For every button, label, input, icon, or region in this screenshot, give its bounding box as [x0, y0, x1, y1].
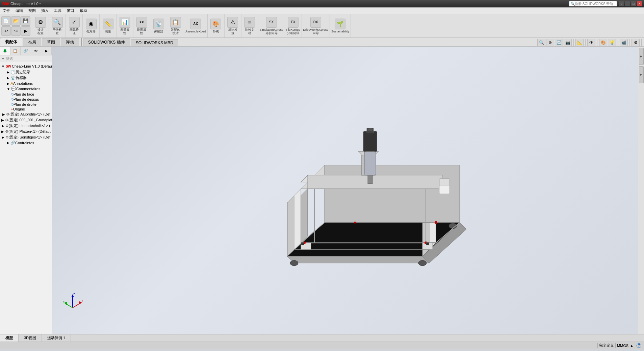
tree-item-plan-dessus[interactable]: ◇ Plan de dessus	[0, 97, 52, 102]
status-arrow[interactable]: ▲	[630, 344, 634, 348]
redo-button[interactable]: ↪	[11, 26, 21, 36]
assembly-stats-icon[interactable]: 📋	[170, 17, 181, 28]
tree-item-platten[interactable]: ▶ ⚙ (固定) Platten<1> (Défaut	[0, 129, 52, 134]
menu-help[interactable]: 帮助	[77, 7, 90, 14]
tab-evaluate[interactable]: 评估	[61, 38, 79, 46]
tree-item-annotations[interactable]: ▶ A Annotations	[0, 81, 52, 86]
clearance-section: ✓ 间隙验证	[66, 14, 83, 37]
tab-sketch[interactable]: 草图	[42, 38, 60, 46]
mass-icon[interactable]: 📊	[120, 17, 130, 28]
tree-item-plan-face[interactable]: ◇ Plan de face	[0, 92, 52, 97]
design-check-icon[interactable]: ⚙	[35, 17, 46, 28]
right-panel-btn-1[interactable]: ▶	[639, 48, 644, 65]
tree-item-origine[interactable]: + Origine	[0, 107, 52, 111]
hole-alignment-icon[interactable]: ◉	[86, 19, 97, 29]
assembly-xpert-icon[interactable]: AX	[190, 19, 201, 29]
view-style-button[interactable]: 📐	[575, 39, 584, 46]
driveworks-xpress-icon[interactable]: DX	[310, 17, 321, 28]
menu-tools[interactable]: 工具	[51, 7, 64, 14]
flo-xpress-icon[interactable]: FX	[288, 17, 299, 28]
tree-item-history[interactable]: ▶ 🕐 历史记录	[0, 69, 52, 75]
tree-item-plan-droite[interactable]: ◇ Plan de droite	[0, 102, 52, 107]
tree-item-aluprofile[interactable]: ▶ ⚙ (固定) Aluprofile<1> (Déf	[0, 111, 52, 117]
section-label: 剖面属性	[137, 28, 146, 35]
tab-sw-mbd[interactable]: SOLIDWORKS MBD	[131, 39, 178, 46]
tab-sw-plugins[interactable]: SOLIDWORKS 插件	[83, 38, 130, 46]
hide-show-button[interactable]: 👁	[587, 39, 595, 46]
compare-docs-icon[interactable]: ≡	[244, 17, 255, 28]
help-icon[interactable]: ?	[619, 1, 624, 6]
commentaires-expand-icon: ▼	[7, 87, 10, 91]
view-settings-button[interactable]: ⚙	[632, 39, 640, 46]
section-icon[interactable]: ✂	[136, 17, 147, 28]
menu-view[interactable]: 视图	[26, 7, 38, 14]
machine-3d-view	[267, 111, 470, 287]
interference-icon[interactable]: 🔍	[52, 17, 63, 28]
sustainability-section: 🌱 Sustainability	[330, 14, 351, 37]
lighting-button[interactable]: 💡	[608, 39, 616, 46]
maximize-button[interactable]: □	[631, 1, 636, 6]
clearance-icon[interactable]: ✓	[69, 17, 80, 28]
app-logo: SW Cheap-Line V1.0 *	[2, 1, 41, 6]
sidebar-tab-mate[interactable]: 🔗	[21, 47, 31, 55]
svg-text:Y: Y	[63, 300, 65, 303]
tree-item-lineartechnik[interactable]: ▶ ⚙ (固定) Lineartechnik<1> (	[0, 123, 52, 129]
tree-item-commentaires[interactable]: ▼ 💬 Commentaires	[0, 86, 52, 92]
zoom-in-button[interactable]: ⊕	[546, 39, 554, 46]
sustainability-icon[interactable]: 🌱	[335, 19, 345, 29]
menu-insert[interactable]: 插入	[38, 7, 51, 14]
sidebar-tab-feature[interactable]: 🌲	[0, 47, 10, 55]
tree-item-root[interactable]: ▼ SW Cheap-Line V1.0 (Défaut<显	[0, 64, 52, 69]
tree-item-grundplat[interactable]: ▶ ⚙ (固定) 009_001_Grundplat	[0, 117, 52, 123]
bottom-tab-3dview[interactable]: 3D视图	[19, 334, 42, 342]
measure-section: 📏 测量	[100, 14, 117, 37]
appearance-view-button[interactable]: 🎨	[599, 39, 607, 46]
section-section: ✂ 剖面属性	[133, 14, 150, 37]
menu-edit[interactable]: 编辑	[13, 7, 26, 14]
bottom-tab-model[interactable]: 模型	[0, 334, 19, 342]
compare-check-icon[interactable]: ⚠	[227, 17, 238, 28]
status-help[interactable]: ?	[637, 343, 641, 348]
right-panel: ▶ ▶	[638, 47, 644, 334]
svg-point-29	[354, 221, 356, 223]
tree-item-contraintes[interactable]: ▶ 🔗 Contraintes	[0, 140, 52, 145]
right-panel-btn-2[interactable]: ▶	[639, 66, 644, 83]
simulation-xpress-icon[interactable]: SX	[266, 17, 277, 28]
search-icon: 🔍	[571, 2, 575, 6]
plan-face-label: Plan de face	[14, 92, 34, 96]
contraintes-expand-icon: ▶	[7, 141, 9, 145]
quickaccess-section: 📄 📂 💾 ↩ ↪ ▶	[0, 14, 32, 37]
rotate-button[interactable]: 🔄	[555, 39, 563, 46]
section-view-button[interactable]: 📷	[564, 39, 572, 46]
sidebar-tab-property[interactable]: 📋	[10, 47, 21, 55]
tabs-row: 装配体 布局 草图 评估 SOLIDWORKS 插件 SOLIDWORKS MB…	[0, 38, 644, 47]
undo-button[interactable]: ↩	[1, 26, 11, 36]
tab-layout[interactable]: 布局	[23, 38, 41, 46]
measure-icon[interactable]: 📏	[103, 19, 113, 29]
close-button[interactable]: ×	[637, 1, 642, 6]
history-label: 历史记录	[16, 70, 30, 75]
menu-file[interactable]: 文件	[0, 7, 13, 14]
sensors-expand-icon: ▶	[7, 76, 9, 80]
contraintes-label: Contraintes	[15, 141, 34, 145]
viewport[interactable]: Z X Y ▶ ▶	[52, 47, 644, 334]
save-button[interactable]: 💾	[21, 16, 30, 26]
zoom-to-fit-button[interactable]: 🔍	[537, 39, 545, 46]
tree-item-sensors[interactable]: ▶ 📡 传感器	[0, 75, 52, 81]
search-input[interactable]	[575, 2, 615, 6]
open-button[interactable]: 📂	[11, 16, 21, 26]
menu-window[interactable]: 窗口	[64, 7, 77, 14]
bottom-tab-motion[interactable]: 运动算例 1	[42, 334, 71, 342]
sidebar-expand-button[interactable]: ▶	[41, 47, 52, 55]
minimize-button[interactable]: —	[625, 1, 630, 6]
platten-icon: ⚙	[5, 129, 8, 134]
tab-assembly[interactable]: 装配体	[0, 38, 22, 46]
tree-item-sonstiges[interactable]: ▶ ⚙ (固定) Sonstiges<1> (Déf	[0, 134, 52, 140]
assembly-xpert-label: AssemblyXpert	[185, 30, 206, 33]
new-button[interactable]: 📄	[1, 16, 11, 26]
appearance-icon[interactable]: 🎨	[210, 19, 221, 29]
rebuild-button[interactable]: ▶	[21, 26, 30, 36]
sidebar-tab-display[interactable]: 👁	[31, 47, 42, 55]
cameras-button[interactable]: 📹	[620, 39, 628, 46]
sensor-icon[interactable]: 📡	[153, 19, 164, 29]
